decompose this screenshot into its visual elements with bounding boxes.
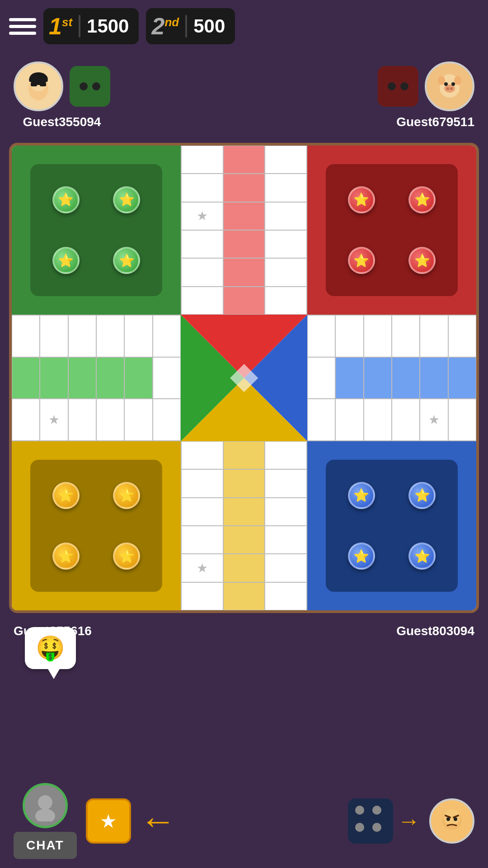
player-top-left-name: Guest355094 (23, 115, 101, 129)
dice-roll-area: → (348, 798, 420, 844)
board-grid: ⭐ ⭐ ⭐ ⭐ ★ (12, 146, 476, 610)
cell (223, 469, 265, 497)
yellow-home: ⭐ ⭐ ⭐ ⭐ (30, 460, 162, 592)
blue-home: ⭐ ⭐ ⭐ ⭐ (326, 460, 458, 592)
cell (124, 357, 152, 399)
player-top-right-row (378, 61, 474, 111)
cell (12, 399, 40, 441)
top-bar: 1st 1500 2nd 500 (0, 0, 488, 52)
chat-button[interactable]: CHAT (14, 832, 77, 859)
rank2-score: 500 (193, 15, 225, 37)
token-action-badge[interactable]: ★ (86, 798, 131, 844)
svg-point-27 (444, 809, 460, 826)
player-bottom-right-name: Guest803094 (396, 624, 474, 638)
svg-point-16 (451, 82, 455, 86)
cell (181, 287, 223, 315)
cell (96, 399, 124, 441)
token-green-1[interactable]: ⭐ (52, 186, 80, 213)
token-blue-1[interactable]: ⭐ (348, 482, 375, 509)
cell-star: ★ (181, 554, 223, 582)
cell (364, 357, 392, 399)
svg-rect-5 (40, 82, 46, 86)
player-top-left: Guest355094 (14, 61, 110, 129)
cell (223, 174, 265, 202)
top-path: ★ (181, 146, 307, 315)
dice-dot (80, 82, 88, 90)
left-path: ★ (12, 315, 181, 441)
cell (223, 582, 265, 610)
token-blue-3[interactable]: ⭐ (348, 542, 375, 570)
cell (265, 582, 307, 610)
token-green-4[interactable]: ⭐ (113, 247, 140, 274)
chat-bubble: 🤑 (25, 627, 76, 669)
cell (181, 146, 223, 174)
cell (223, 441, 265, 469)
cell (153, 399, 181, 441)
cell (223, 202, 265, 230)
cell (265, 287, 307, 315)
cell (364, 315, 392, 357)
current-dice[interactable] (348, 798, 393, 844)
token-yellow-1[interactable]: ⭐ (52, 482, 80, 509)
avatar-bottom-right (429, 798, 474, 844)
token-green-3[interactable]: ⭐ (52, 247, 80, 274)
cell (223, 554, 265, 582)
svg-point-31 (454, 817, 457, 821)
token-green-2[interactable]: ⭐ (113, 186, 140, 213)
cell (335, 399, 363, 441)
svg-rect-4 (31, 82, 37, 86)
token-yellow-4[interactable]: ⭐ (113, 542, 140, 570)
cell (68, 357, 96, 399)
chat-emoji: 🤑 (36, 635, 65, 661)
token-yellow-2[interactable]: ⭐ (113, 482, 140, 509)
cell (181, 582, 223, 610)
svg-point-10 (438, 76, 445, 85)
cell (223, 287, 265, 315)
quad-yellow: ⭐ ⭐ ⭐ ⭐ (12, 441, 181, 610)
cell (265, 554, 307, 582)
cell (448, 357, 476, 399)
cell (181, 526, 223, 554)
red-home: ⭐ ⭐ ⭐ ⭐ (326, 164, 458, 296)
bottom-bar: CHAT ★ ← → (0, 774, 488, 868)
cell (181, 498, 223, 526)
cell (335, 357, 363, 399)
token-red-3[interactable]: ⭐ (348, 247, 375, 274)
player-top-right-name: Guest679511 (396, 115, 474, 129)
cell (392, 315, 420, 357)
cell (68, 399, 96, 441)
score-divider (79, 15, 80, 38)
cell (12, 357, 40, 399)
svg-point-30 (446, 817, 450, 821)
dice-arrow: → (398, 808, 420, 834)
cell (223, 230, 265, 258)
cell (335, 315, 363, 357)
cell (68, 315, 96, 357)
cell (181, 258, 223, 286)
cell (448, 399, 476, 441)
dice-dot (372, 806, 381, 815)
menu-button[interactable] (9, 18, 36, 35)
cell-star: ★ (181, 202, 223, 230)
token-yellow-3[interactable]: ⭐ (52, 542, 80, 570)
cell-star: ★ (420, 399, 448, 441)
dice-dot (92, 82, 100, 90)
svg-point-14 (450, 87, 453, 90)
rank1-badge: 1st 1500 (43, 8, 139, 44)
dice-dot (372, 823, 381, 832)
token-red-2[interactable]: ⭐ (408, 186, 436, 213)
avatar-top-left (14, 61, 63, 111)
quad-red: ⭐ ⭐ ⭐ ⭐ (307, 146, 476, 315)
svg-point-22 (38, 795, 52, 810)
token-red-1[interactable]: ⭐ (348, 186, 375, 213)
token-blue-4[interactable]: ⭐ (408, 542, 436, 570)
rank2-label: 2nd (151, 14, 179, 38)
token-red-4[interactable]: ⭐ (408, 247, 436, 274)
dice-dot (400, 82, 408, 90)
quad-green: ⭐ ⭐ ⭐ ⭐ (12, 146, 181, 315)
cell (153, 315, 181, 357)
token-blue-2[interactable]: ⭐ (408, 482, 436, 509)
score-divider2 (185, 15, 187, 38)
back-arrow-button[interactable]: ← (140, 803, 176, 839)
cell (153, 357, 181, 399)
